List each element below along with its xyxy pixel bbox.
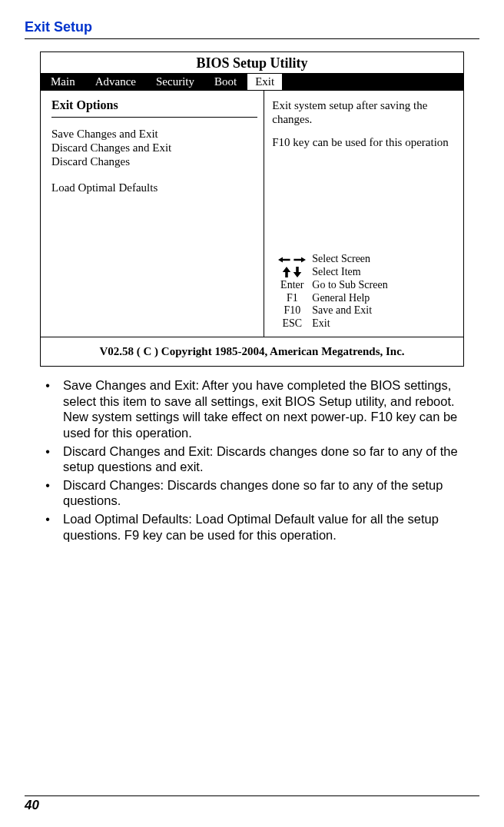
key-name: F10: [272, 304, 312, 317]
key-name: Enter: [272, 279, 312, 292]
key-label: Save and Exit: [312, 304, 459, 317]
exit-option: Discard Changes: [51, 154, 257, 168]
key-name: F1: [272, 292, 312, 305]
bullet-list: • Save Changes and Exit: After you have …: [25, 377, 479, 543]
svg-marker-3: [293, 267, 302, 277]
arrows-up-down-icon: [272, 266, 312, 279]
key-name: ESC: [272, 317, 312, 330]
list-item: • Discard Changes and Exit: Discards cha…: [32, 443, 479, 475]
bios-help-text: Exit system setup after saving the chang…: [272, 98, 459, 126]
arrows-left-right-icon: [272, 253, 312, 266]
svg-marker-1: [294, 257, 307, 262]
bullet-text: Discard Changes and Exit: Discards chang…: [63, 443, 479, 475]
bullet-text: Discard Changes: Discards changes done s…: [63, 477, 479, 509]
bios-help-text: F10 key can be used for this operation: [272, 135, 459, 149]
page-number: 40: [25, 795, 479, 813]
bios-tab-bar: Main Advance Security Boot Exit: [41, 73, 463, 91]
bullet-text: Load Optimal Defaults: Load Optimal Defa…: [63, 511, 479, 543]
bullet-icon: •: [32, 477, 63, 509]
list-item: • Discard Changes: Discards changes done…: [32, 477, 479, 509]
bios-tab-boot: Boot: [204, 73, 247, 91]
bullet-icon: •: [32, 377, 63, 441]
exit-options-heading: Exit Options: [51, 98, 257, 118]
svg-marker-0: [278, 257, 290, 262]
bios-tab-exit: Exit: [247, 73, 283, 91]
bios-title: BIOS Setup Utility: [41, 52, 463, 73]
exit-option: Discard Changes and Exit: [51, 141, 257, 154]
exit-option: Save Changes and Exit: [51, 127, 257, 141]
key-label: General Help: [312, 292, 459, 305]
bios-right-panel: Exit system setup after saving the chang…: [264, 91, 463, 337]
bullet-icon: •: [32, 511, 63, 543]
bios-left-panel: Exit Options Save Changes and Exit Disca…: [41, 91, 264, 337]
key-label: Go to Sub Screen: [312, 279, 459, 292]
bios-tab-advance: Advance: [85, 73, 146, 91]
bios-tab-main: Main: [41, 73, 85, 91]
bios-keys-table: Select Screen Select Item Enter Go to Su…: [272, 253, 459, 330]
list-item: • Save Changes and Exit: After you have …: [32, 377, 479, 441]
bios-screenshot: BIOS Setup Utility Main Advance Security…: [40, 51, 464, 367]
bullet-text: Save Changes and Exit: After you have co…: [63, 377, 479, 441]
key-label: Select Item: [312, 266, 459, 279]
section-title: Exit Setup: [25, 19, 479, 39]
bios-tab-security: Security: [146, 73, 204, 91]
svg-marker-2: [283, 267, 291, 277]
key-label: Select Screen: [312, 253, 459, 266]
key-label: Exit: [312, 317, 459, 330]
bios-footer: V02.58 ( C ) Copyright 1985-2004, Americ…: [41, 337, 463, 366]
exit-option: Load Optimal Defaults: [51, 181, 257, 194]
list-item: • Load Optimal Defaults: Load Optimal De…: [32, 511, 479, 543]
bullet-icon: •: [32, 443, 63, 475]
